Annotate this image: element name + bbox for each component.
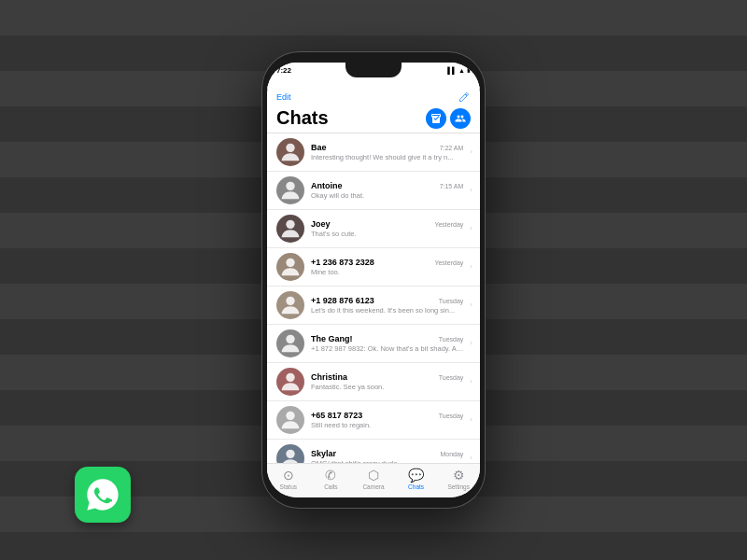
chat-top: +1 236 873 2328 Yesterday [311,258,463,267]
chat-preview: +1 872 987 9832: Ok. Now that's a bit sh… [311,344,463,353]
person-icon [277,330,303,357]
chevron-icon: › [470,262,472,271]
battery-icon: ▮ [467,66,471,74]
person-icon [277,445,303,464]
chat-top: Joey Yesterday [311,219,463,229]
tab-calls[interactable]: ✆ Calls [310,468,353,490]
chat-top: Bae 7:22 AM [311,143,463,152]
chat-time: Tuesday [439,413,464,419]
compose-icon [458,91,470,103]
person-icon [277,407,303,433]
top-nav: Edit [267,89,480,105]
chat-top: Antoine 7:15 AM [311,181,463,190]
wifi-icon: ▲ [458,67,465,74]
notch [345,63,402,77]
status-icons: ▌▌ ▲ ▮ [447,66,471,74]
chat-content: Bae 7:22 AM Interesting thought! We shou… [311,143,463,161]
chats-tab-icon: 💬 [408,468,424,483]
chat-name: Antoine [311,181,343,190]
chat-content: Joey Yesterday That's so cute. [311,219,463,238]
chat-item-8[interactable]: Skylar Monday OMG! that shit's crazy dud… [267,440,480,464]
chat-item-6[interactable]: Christina Tuesday Fantastic. See ya soon… [267,363,480,401]
new-group-button[interactable] [450,108,471,129]
chat-top: Skylar Monday [311,449,463,458]
chat-content: The Gang! Tuesday +1 872 987 9832: Ok. N… [311,334,463,353]
chat-time: Yesterday [434,259,463,266]
person-icon [277,216,303,242]
person-icon [277,292,303,318]
chat-item-3[interactable]: +1 236 873 2328 Yesterday Mine too. › [267,248,480,287]
svg-point-1 [286,181,294,189]
svg-point-8 [286,449,294,457]
chat-time: Monday [440,451,463,457]
chats-header: Chats [267,105,480,133]
chat-name: The Gang! [311,334,353,343]
chat-name: +1 928 876 6123 [311,296,374,305]
chevron-icon: › [470,186,472,194]
avatar [276,406,304,434]
chat-name: Joey [311,219,331,229]
avatar [276,291,304,319]
chat-time: Yesterday [434,221,463,228]
chat-item-1[interactable]: Antoine 7:15 AM Okay will do that. › [267,172,480,210]
chat-preview: Mine too. [311,268,463,276]
svg-point-5 [286,334,294,343]
chat-name: Skylar [311,449,336,458]
settings-tab-label: Settings [447,483,470,490]
tab-camera[interactable]: ⬡ Camera [352,468,395,490]
compose-button[interactable] [458,91,471,104]
svg-point-7 [286,411,294,419]
avatar [276,368,304,396]
status-time: 7:22 [276,66,291,75]
chat-preview: That's so cute. [311,230,463,238]
avatar [276,253,304,281]
whatsapp-app-icon[interactable] [75,467,131,523]
tab-chats[interactable]: 💬 Chats [395,468,438,490]
archive-button[interactable] [426,108,446,129]
status-tab-icon: ⊙ [283,468,294,483]
chevron-icon: › [470,301,472,309]
chat-preview: Fantastic. See ya soon. [311,383,463,391]
scene: 7:22 ▌▌ ▲ ▮ Edit Chats [0,0,747,560]
edit-button[interactable]: Edit [276,92,291,102]
chat-preview: Let's do it this weekend. It's been so l… [311,306,463,315]
chat-content: +1 236 873 2328 Yesterday Mine too. [311,258,463,276]
new-group-icon [455,113,466,124]
phone-screen: 7:22 ▌▌ ▲ ▮ Edit Chats [267,63,480,497]
chevron-icon: › [470,377,472,385]
whatsapp-logo-icon [84,476,121,513]
chat-top: +65 817 8723 Tuesday [311,411,463,420]
archive-icon [430,113,442,124]
chat-item-7[interactable]: +65 817 8723 Tuesday Still need to regai… [267,401,480,440]
chevron-icon: › [470,454,472,462]
chat-preview: Still need to regain. [311,421,463,429]
chat-content: Antoine 7:15 AM Okay will do that. [311,181,463,200]
chat-name: Christina [311,372,347,382]
calls-tab-icon: ✆ [325,468,336,483]
person-icon [277,254,303,280]
svg-point-6 [286,372,294,381]
avatar [276,215,304,243]
chat-name: +1 236 873 2328 [311,258,374,267]
svg-point-0 [286,143,294,151]
chat-time: 7:22 AM [440,145,464,151]
svg-point-4 [286,296,294,304]
avatar [276,138,304,166]
chat-item-0[interactable]: Bae 7:22 AM Interesting thought! We shou… [267,133,480,172]
chat-time: 7:15 AM [440,183,464,189]
chat-list: Bae 7:22 AM Interesting thought! We shou… [267,133,480,464]
avatar [276,176,304,204]
chat-item-4[interactable]: +1 928 876 6123 Tuesday Let's do it this… [267,287,480,325]
chevron-icon: › [470,415,472,424]
status-bar: 7:22 ▌▌ ▲ ▮ [267,63,480,89]
tab-settings[interactable]: ⚙ Settings [437,468,480,490]
tab-bar: ⊙ Status ✆ Calls ⬡ Camera 💬 Chats ⚙ S [267,463,480,497]
status-tab-label: Status [280,483,297,490]
chat-item-5[interactable]: The Gang! Tuesday +1 872 987 9832: Ok. N… [267,325,480,363]
tab-status[interactable]: ⊙ Status [267,468,310,490]
chat-item-2[interactable]: Joey Yesterday That's so cute. › [267,210,480,248]
chat-preview: Interesting thought! We should give it a… [311,153,463,161]
person-icon [277,177,303,203]
chat-top: The Gang! Tuesday [311,334,463,343]
chevron-icon: › [470,147,472,156]
